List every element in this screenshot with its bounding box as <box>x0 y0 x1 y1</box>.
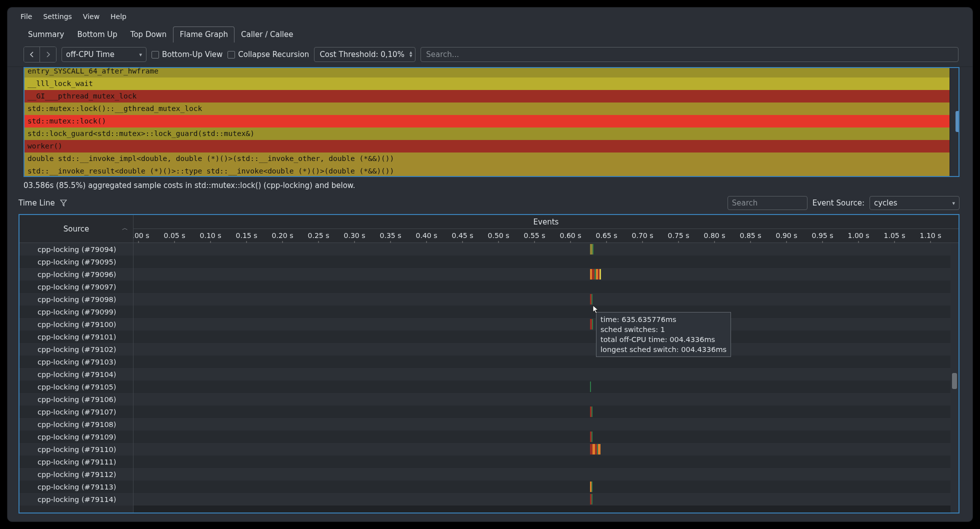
timeline-scrollbar-thumb[interactable] <box>952 373 957 389</box>
event-row[interactable] <box>134 418 958 430</box>
flame-frame[interactable]: entry_SYSCALL_64_after_hwframe <box>24 67 950 78</box>
source-column-header[interactable]: Source ︿ <box>20 215 133 243</box>
event-row[interactable] <box>134 468 958 480</box>
time-tick: 0.75 s <box>668 232 690 240</box>
cost-type-select[interactable]: off-CPU Time ▾ <box>62 47 146 62</box>
nav-forward-button[interactable] <box>40 47 56 62</box>
event-row[interactable] <box>134 380 958 393</box>
source-row[interactable]: cpp-locking (#79113) <box>20 480 133 493</box>
timeline-scrollbar[interactable] <box>950 243 958 512</box>
event-row[interactable] <box>134 406 958 418</box>
source-row[interactable]: cpp-locking (#79097) <box>20 280 133 293</box>
source-row[interactable]: cpp-locking (#79109) <box>20 430 133 443</box>
event-mark[interactable] <box>592 294 592 304</box>
flame-frame[interactable]: std::mutex::lock() <box>24 115 950 128</box>
flame-graph-panel[interactable]: std::__invoke_result<double (*)()>::type… <box>24 67 960 177</box>
timeline-search-input[interactable]: Search <box>728 196 808 210</box>
event-row[interactable] <box>134 356 958 368</box>
event-mark[interactable] <box>592 482 592 492</box>
collapse-recursion-checkbox[interactable]: Collapse Recursion <box>228 50 309 59</box>
time-tick: 1.00 s <box>848 232 870 240</box>
event-source-select[interactable]: cycles ▾ <box>870 196 960 210</box>
timeline-title: Time Line <box>18 198 55 208</box>
menu-help[interactable]: Help <box>110 12 126 20</box>
flame-frame[interactable]: std::mutex::lock()::__gthread_mutex_lock <box>24 102 950 115</box>
source-row[interactable]: cpp-locking (#79104) <box>20 368 133 380</box>
source-rows: cpp-locking (#79094)cpp-locking (#79095)… <box>20 243 133 512</box>
event-row[interactable] <box>134 480 958 493</box>
event-mark[interactable] <box>592 406 592 417</box>
timeline-events-column: Events 0.00 s0.05 s0.10 s0.15 s0.20 s0.2… <box>134 215 958 512</box>
event-mark[interactable] <box>600 269 601 280</box>
flame-frame[interactable]: __GI___pthread_mutex_lock <box>24 90 950 102</box>
event-row[interactable] <box>134 430 958 443</box>
tab-summary[interactable]: Summary <box>22 26 71 42</box>
event-row[interactable] <box>134 493 958 506</box>
event-row[interactable] <box>134 393 958 406</box>
time-tick: 0.70 s <box>632 232 654 240</box>
tooltip-line: sched switches: 1 <box>600 324 726 334</box>
event-mark[interactable] <box>590 382 591 392</box>
source-row[interactable]: cpp-locking (#79106) <box>20 393 133 406</box>
source-row[interactable]: cpp-locking (#79094) <box>20 243 133 256</box>
source-row[interactable]: cpp-locking (#79112) <box>20 468 133 480</box>
source-row[interactable]: cpp-locking (#79111) <box>20 456 133 468</box>
tab-caller-callee[interactable]: Caller / Callee <box>234 26 300 42</box>
flame-frame[interactable]: std::lock_guard<std::mutex>::lock_guard(… <box>24 128 950 140</box>
timeline-panel: Source ︿ cpp-locking (#79094)cpp-locking… <box>18 214 960 514</box>
event-row[interactable] <box>134 256 958 268</box>
source-row[interactable]: cpp-locking (#79108) <box>20 418 133 430</box>
event-mark[interactable] <box>592 319 593 330</box>
menu-settings[interactable]: Settings <box>43 12 72 20</box>
flame-frame[interactable]: std::__invoke_result<double (*)()>::type… <box>24 165 950 177</box>
event-row[interactable] <box>134 306 958 318</box>
event-row[interactable] <box>134 456 958 468</box>
flame-frame[interactable]: double std::__invoke_impl<double, double… <box>24 152 950 165</box>
source-row[interactable]: cpp-locking (#79103) <box>20 356 133 368</box>
flame-scrollbar-thumb[interactable] <box>956 111 960 132</box>
event-row[interactable] <box>134 243 958 256</box>
event-row[interactable] <box>134 330 958 343</box>
event-rows[interactable] <box>134 243 958 506</box>
flame-frame[interactable]: worker() <box>24 140 950 152</box>
event-row[interactable] <box>134 368 958 380</box>
event-mark[interactable] <box>592 432 592 442</box>
event-row[interactable] <box>134 443 958 456</box>
event-mark[interactable] <box>592 494 592 504</box>
event-row[interactable] <box>134 343 958 356</box>
chevron-left-icon <box>30 52 34 58</box>
source-row[interactable]: cpp-locking (#79096) <box>20 268 133 280</box>
time-tick: 0.95 s <box>812 232 834 240</box>
search-input[interactable]: Search... <box>420 47 958 62</box>
time-tick: 0.45 s <box>452 232 474 240</box>
filter-icon[interactable] <box>60 200 67 206</box>
cost-threshold-spinner[interactable]: Cost Threshold: 0,10% ▲▼ <box>314 47 416 62</box>
event-row[interactable] <box>134 318 958 330</box>
event-row[interactable] <box>134 293 958 306</box>
menu-file[interactable]: File <box>20 12 32 20</box>
source-row[interactable]: cpp-locking (#79114) <box>20 493 133 506</box>
menu-view[interactable]: View <box>83 12 100 20</box>
bottom-up-checkbox[interactable]: Bottom-Up View <box>152 50 222 59</box>
event-mark[interactable] <box>592 244 594 254</box>
time-tick: 0.05 s <box>164 232 186 240</box>
event-row[interactable] <box>134 268 958 280</box>
source-row[interactable]: cpp-locking (#79110) <box>20 443 133 456</box>
tab-flame-graph[interactable]: Flame Graph <box>173 26 234 42</box>
source-row[interactable]: cpp-locking (#79105) <box>20 380 133 393</box>
flame-frame[interactable]: __lll_lock_wait <box>24 78 950 90</box>
source-row[interactable]: cpp-locking (#79095) <box>20 256 133 268</box>
source-row[interactable]: cpp-locking (#79107) <box>20 406 133 418</box>
nav-back-button[interactable] <box>24 47 40 62</box>
time-tick: 0.90 s <box>776 232 798 240</box>
source-row[interactable]: cpp-locking (#79102) <box>20 343 133 356</box>
tab-bottom-up[interactable]: Bottom Up <box>71 26 124 42</box>
event-row[interactable] <box>134 280 958 293</box>
time-axis[interactable]: 0.00 s0.05 s0.10 s0.15 s0.20 s0.25 s0.30… <box>134 229 958 243</box>
event-mark[interactable] <box>598 444 600 454</box>
source-row[interactable]: cpp-locking (#79099) <box>20 306 133 318</box>
source-row[interactable]: cpp-locking (#79100) <box>20 318 133 330</box>
source-row[interactable]: cpp-locking (#79098) <box>20 293 133 306</box>
tab-top-down[interactable]: Top Down <box>124 26 174 42</box>
source-row[interactable]: cpp-locking (#79101) <box>20 330 133 343</box>
